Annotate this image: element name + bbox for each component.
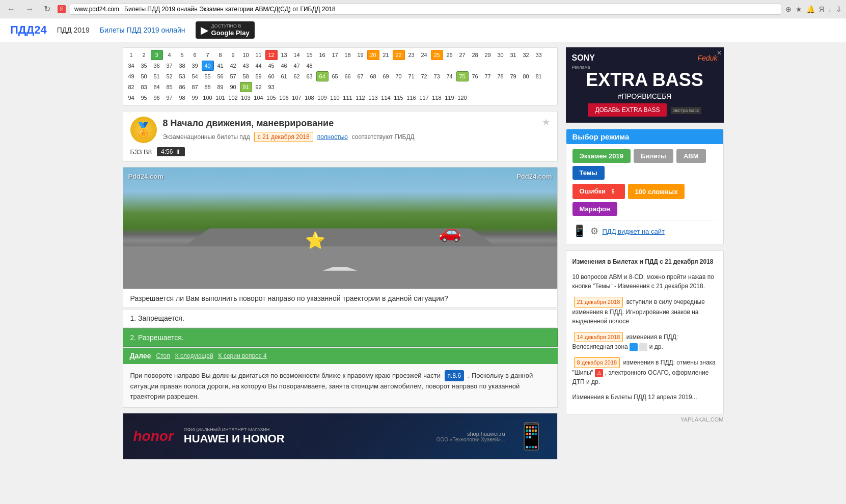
ticket-num-106[interactable]: 106 <box>278 93 290 103</box>
ticket-num-8[interactable]: 8 <box>214 50 227 60</box>
mode-marathon[interactable]: Марафон <box>572 202 617 216</box>
ticket-num-95[interactable]: 95 <box>138 93 150 103</box>
ticket-num-41[interactable]: 41 <box>214 61 227 71</box>
ticket-num-21[interactable]: 21 <box>380 50 392 60</box>
ticket-num-101[interactable]: 101 <box>214 93 227 103</box>
settings-gear-icon[interactable]: ⚙ <box>590 226 598 237</box>
forward-button[interactable]: → <box>22 4 37 15</box>
ticket-num-30[interactable]: 30 <box>495 50 507 60</box>
ticket-num-48[interactable]: 48 <box>304 61 316 71</box>
ticket-num-114[interactable]: 114 <box>380 93 392 103</box>
ticket-num-75[interactable]: 75 <box>456 71 469 81</box>
ad-banner-huawei[interactable]: honor ОФИЦИАЛЬНЫЙ ИНТЕРНЕТ-МАГАЗИН HUAWE… <box>123 413 558 460</box>
date-link[interactable]: полностью <box>317 133 348 141</box>
ticket-num-61[interactable]: 61 <box>278 71 290 81</box>
ticket-num-39[interactable]: 39 <box>189 61 201 71</box>
ticket-num-24[interactable]: 24 <box>418 50 430 60</box>
answer-option-1[interactable]: 1. Запрещается. <box>123 309 558 327</box>
favorite-button[interactable]: ★ <box>542 117 550 128</box>
ticket-num-13[interactable]: 13 <box>278 50 290 60</box>
ticket-num-97[interactable]: 97 <box>163 93 176 103</box>
ticket-num-85[interactable]: 85 <box>163 82 176 92</box>
ticket-num-118[interactable]: 118 <box>431 93 443 103</box>
answer-option-2[interactable]: 2. Разрешается. <box>123 328 558 347</box>
nav-pdd2019[interactable]: ПДД 2019 <box>57 26 90 34</box>
ticket-num-28[interactable]: 28 <box>469 50 481 60</box>
ticket-num-27[interactable]: 27 <box>456 50 469 60</box>
ticket-num-84[interactable]: 84 <box>151 82 163 92</box>
ticket-num-44[interactable]: 44 <box>253 61 265 71</box>
ticket-num-66[interactable]: 66 <box>342 71 354 81</box>
ticket-num-88[interactable]: 88 <box>202 82 214 92</box>
ticket-num-111[interactable]: 111 <box>342 93 354 103</box>
ticket-num-104[interactable]: 104 <box>253 93 265 103</box>
ticket-num-63[interactable]: 63 <box>304 71 316 81</box>
ticket-num-76[interactable]: 76 <box>469 71 481 81</box>
ticket-num-6[interactable]: 6 <box>189 50 201 60</box>
series-link[interactable]: К серии вопрос 4 <box>219 352 267 359</box>
ticket-num-92[interactable]: 92 <box>253 82 265 92</box>
ticket-num-14[interactable]: 14 <box>291 50 303 60</box>
ticket-num-110[interactable]: 110 <box>329 93 341 103</box>
ticket-num-60[interactable]: 60 <box>265 71 278 81</box>
ad-close-button[interactable]: ✕ <box>717 49 722 57</box>
ticket-num-77[interactable]: 77 <box>482 71 494 81</box>
ticket-num-105[interactable]: 105 <box>265 93 278 103</box>
bookmark-icon[interactable]: ⊕ <box>785 5 792 13</box>
back-button[interactable]: ← <box>4 4 18 15</box>
download-icon[interactable]: ↓ <box>828 5 832 13</box>
ticket-num-2[interactable]: 2 <box>138 50 150 60</box>
ticket-num-112[interactable]: 112 <box>354 93 367 103</box>
ticket-num-43[interactable]: 43 <box>240 61 252 71</box>
ticket-num-74[interactable]: 74 <box>444 71 456 81</box>
ticket-num-7[interactable]: 7 <box>202 50 214 60</box>
ticket-num-47[interactable]: 47 <box>291 61 303 71</box>
ticket-num-99[interactable]: 99 <box>189 93 201 103</box>
ticket-num-71[interactable]: 71 <box>405 71 418 81</box>
ticket-num-116[interactable]: 116 <box>405 93 418 103</box>
ticket-num-22[interactable]: 22 <box>393 50 405 60</box>
ticket-num-11[interactable]: 11 <box>253 50 265 60</box>
ticket-num-1[interactable]: 1 <box>125 50 138 60</box>
ticket-num-89[interactable]: 89 <box>214 82 227 92</box>
ticket-num-69[interactable]: 69 <box>380 71 392 81</box>
mode-errors[interactable]: Ошибки 5 <box>572 184 625 199</box>
ticket-num-35[interactable]: 35 <box>138 61 150 71</box>
widget-link[interactable]: ПДД виджет на сайт <box>603 228 665 235</box>
site-logo[interactable]: ПДД24 <box>10 23 47 37</box>
ticket-num-45[interactable]: 45 <box>265 61 278 71</box>
ticket-num-54[interactable]: 54 <box>189 71 201 81</box>
ticket-num-32[interactable]: 32 <box>520 50 532 60</box>
ticket-num-36[interactable]: 36 <box>151 61 163 71</box>
ticket-num-56[interactable]: 56 <box>214 71 227 81</box>
ticket-num-86[interactable]: 86 <box>176 82 188 92</box>
save-icon[interactable]: ⇩ <box>836 5 842 13</box>
ticket-num-113[interactable]: 113 <box>367 93 379 103</box>
nav-tickets-online[interactable]: Билеты ПДД 2019 онлайн <box>100 26 185 34</box>
ticket-num-16[interactable]: 16 <box>316 50 329 60</box>
ticket-num-91[interactable]: 91 <box>240 82 252 92</box>
ticket-num-31[interactable]: 31 <box>507 50 520 60</box>
ticket-num-9[interactable]: 9 <box>227 50 239 60</box>
ticket-num-53[interactable]: 53 <box>176 71 188 81</box>
ticket-num-98[interactable]: 98 <box>176 93 188 103</box>
ticket-num-68[interactable]: 68 <box>367 71 379 81</box>
ticket-num-87[interactable]: 87 <box>189 82 201 92</box>
ticket-num-107[interactable]: 107 <box>291 93 303 103</box>
pdd-reference[interactable]: п.8.6 <box>445 370 465 381</box>
ticket-num-10[interactable]: 10 <box>240 50 252 60</box>
ticket-num-83[interactable]: 83 <box>138 82 150 92</box>
stop-button[interactable]: Стоп <box>156 352 170 359</box>
sony-cta-button[interactable]: ДОБАВЬ EXTRA BASS <box>588 103 667 117</box>
ticket-num-81[interactable]: 81 <box>533 71 545 81</box>
ticket-num-3[interactable]: 3 <box>151 50 163 60</box>
ticket-num-100[interactable]: 100 <box>202 93 214 103</box>
ticket-num-17[interactable]: 17 <box>329 50 341 60</box>
ticket-num-109[interactable]: 109 <box>316 93 329 103</box>
ticket-num-51[interactable]: 51 <box>151 71 163 81</box>
ticket-num-120[interactable]: 120 <box>456 93 469 103</box>
ticket-num-46[interactable]: 46 <box>278 61 290 71</box>
ticket-num-102[interactable]: 102 <box>227 93 239 103</box>
mode-tickets[interactable]: Билеты <box>634 149 673 163</box>
ticket-num-4[interactable]: 4 <box>163 50 176 60</box>
